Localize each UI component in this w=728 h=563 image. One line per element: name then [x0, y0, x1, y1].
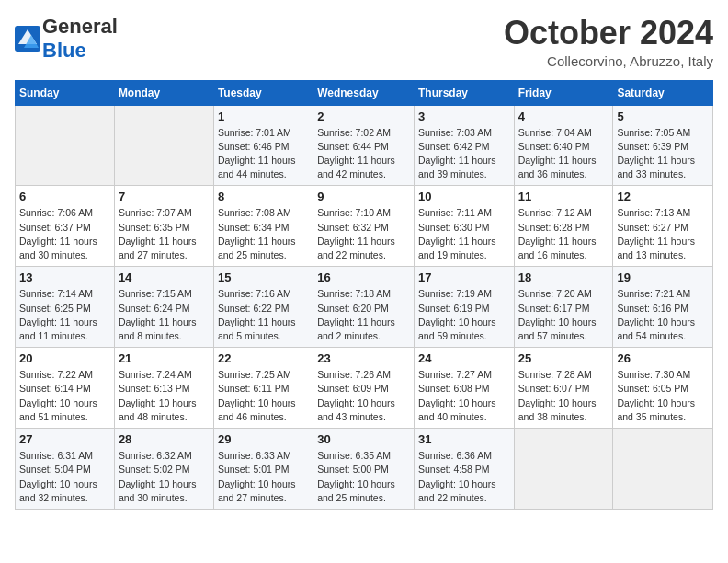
- day-info: Sunrise: 7:10 AM Sunset: 6:32 PM Dayligh…: [317, 206, 410, 262]
- calendar-cell: 14Sunrise: 7:15 AM Sunset: 6:24 PM Dayli…: [114, 267, 213, 348]
- day-info: Sunrise: 7:28 AM Sunset: 6:07 PM Dayligh…: [518, 368, 609, 424]
- calendar-cell: 10Sunrise: 7:11 AM Sunset: 6:30 PM Dayli…: [414, 186, 514, 267]
- day-number: 14: [119, 270, 210, 284]
- day-number: 2: [317, 109, 410, 123]
- logo-blue-text: Blue: [42, 39, 86, 62]
- day-number: 30: [317, 432, 410, 446]
- day-info: Sunrise: 7:21 AM Sunset: 6:16 PM Dayligh…: [617, 287, 709, 343]
- day-info: Sunrise: 7:11 AM Sunset: 6:30 PM Dayligh…: [418, 206, 510, 262]
- day-info: Sunrise: 7:14 AM Sunset: 6:25 PM Dayligh…: [19, 287, 110, 343]
- calendar-cell: 4Sunrise: 7:04 AM Sunset: 6:40 PM Daylig…: [514, 105, 613, 186]
- calendar-week-row: 13Sunrise: 7:14 AM Sunset: 6:25 PM Dayli…: [16, 267, 713, 348]
- day-number: 17: [418, 270, 510, 284]
- calendar-cell: 26Sunrise: 7:30 AM Sunset: 6:05 PM Dayli…: [613, 348, 713, 429]
- day-number: 10: [418, 190, 510, 203]
- day-number: 21: [119, 351, 210, 365]
- calendar-cell: 27Sunrise: 6:31 AM Sunset: 5:04 PM Dayli…: [16, 429, 115, 510]
- calendar-cell: [16, 105, 115, 186]
- day-number: 19: [617, 270, 709, 284]
- day-number: 25: [518, 351, 609, 365]
- day-number: 27: [19, 432, 110, 446]
- calendar-cell: 7Sunrise: 7:07 AM Sunset: 6:35 PM Daylig…: [114, 186, 213, 267]
- calendar-cell: 24Sunrise: 7:27 AM Sunset: 6:08 PM Dayli…: [414, 348, 514, 429]
- day-info: Sunrise: 6:32 AM Sunset: 5:02 PM Dayligh…: [119, 449, 210, 505]
- day-number: 29: [218, 432, 309, 446]
- day-number: 16: [317, 270, 410, 284]
- calendar-cell: 30Sunrise: 6:35 AM Sunset: 5:00 PM Dayli…: [313, 429, 415, 510]
- weekday-header: Friday: [514, 80, 613, 105]
- weekday-header: Saturday: [613, 80, 713, 105]
- weekday-header: Sunday: [16, 80, 115, 105]
- day-info: Sunrise: 7:22 AM Sunset: 6:14 PM Dayligh…: [19, 368, 110, 424]
- day-number: 26: [617, 351, 709, 365]
- day-info: Sunrise: 6:33 AM Sunset: 5:01 PM Dayligh…: [218, 449, 309, 505]
- weekday-header: Monday: [114, 80, 213, 105]
- day-info: Sunrise: 7:06 AM Sunset: 6:37 PM Dayligh…: [19, 206, 110, 262]
- calendar-cell: 3Sunrise: 7:03 AM Sunset: 6:42 PM Daylig…: [414, 105, 514, 186]
- day-info: Sunrise: 6:36 AM Sunset: 4:58 PM Dayligh…: [418, 449, 510, 505]
- day-number: 1: [218, 109, 309, 123]
- weekday-header-row: SundayMondayTuesdayWednesdayThursdayFrid…: [16, 80, 713, 105]
- day-number: 4: [518, 109, 609, 123]
- day-number: 28: [119, 432, 210, 446]
- calendar-cell: 2Sunrise: 7:02 AM Sunset: 6:44 PM Daylig…: [313, 105, 415, 186]
- calendar-cell: 12Sunrise: 7:13 AM Sunset: 6:27 PM Dayli…: [613, 186, 713, 267]
- day-info: Sunrise: 6:35 AM Sunset: 5:00 PM Dayligh…: [317, 449, 410, 505]
- calendar-cell: 31Sunrise: 6:36 AM Sunset: 4:58 PM Dayli…: [414, 429, 514, 510]
- day-info: Sunrise: 7:04 AM Sunset: 6:40 PM Dayligh…: [518, 126, 609, 182]
- day-info: Sunrise: 7:03 AM Sunset: 6:42 PM Dayligh…: [418, 126, 510, 182]
- calendar-cell: 28Sunrise: 6:32 AM Sunset: 5:02 PM Dayli…: [114, 429, 213, 510]
- calendar-cell: 20Sunrise: 7:22 AM Sunset: 6:14 PM Dayli…: [16, 348, 115, 429]
- day-number: 8: [218, 190, 309, 203]
- day-number: 20: [19, 351, 110, 365]
- day-number: 24: [418, 351, 510, 365]
- weekday-header: Wednesday: [313, 80, 415, 105]
- day-info: Sunrise: 7:15 AM Sunset: 6:24 PM Dayligh…: [119, 287, 210, 343]
- day-info: Sunrise: 7:13 AM Sunset: 6:27 PM Dayligh…: [617, 206, 709, 262]
- calendar-cell: 8Sunrise: 7:08 AM Sunset: 6:34 PM Daylig…: [213, 186, 313, 267]
- day-number: 13: [19, 270, 110, 284]
- calendar-table: SundayMondayTuesdayWednesdayThursdayFrid…: [15, 80, 713, 510]
- day-info: Sunrise: 7:02 AM Sunset: 6:44 PM Dayligh…: [317, 126, 410, 182]
- day-number: 5: [617, 109, 709, 123]
- day-info: Sunrise: 7:24 AM Sunset: 6:13 PM Dayligh…: [119, 368, 210, 424]
- day-info: Sunrise: 7:27 AM Sunset: 6:08 PM Dayligh…: [418, 368, 510, 424]
- calendar-cell: 9Sunrise: 7:10 AM Sunset: 6:32 PM Daylig…: [313, 186, 415, 267]
- day-number: 7: [119, 190, 210, 203]
- calendar-week-row: 27Sunrise: 6:31 AM Sunset: 5:04 PM Dayli…: [16, 429, 713, 510]
- title-area: October 2024 Collecorvino, Abruzzo, Ital…: [504, 15, 713, 69]
- logo-icon: [15, 26, 40, 52]
- page-header: General Blue October 2024 Collecorvino, …: [15, 15, 713, 69]
- calendar-cell: 18Sunrise: 7:20 AM Sunset: 6:17 PM Dayli…: [514, 267, 613, 348]
- calendar-cell: 6Sunrise: 7:06 AM Sunset: 6:37 PM Daylig…: [16, 186, 115, 267]
- day-info: Sunrise: 7:08 AM Sunset: 6:34 PM Dayligh…: [218, 206, 309, 262]
- day-number: 6: [19, 190, 110, 203]
- weekday-header: Tuesday: [213, 80, 313, 105]
- calendar-cell: [613, 429, 713, 510]
- day-info: Sunrise: 6:31 AM Sunset: 5:04 PM Dayligh…: [19, 449, 110, 505]
- calendar-cell: [114, 105, 213, 186]
- calendar-cell: 1Sunrise: 7:01 AM Sunset: 6:46 PM Daylig…: [213, 105, 313, 186]
- day-info: Sunrise: 7:18 AM Sunset: 6:20 PM Dayligh…: [317, 287, 410, 343]
- location: Collecorvino, Abruzzo, Italy: [504, 53, 713, 69]
- day-info: Sunrise: 7:26 AM Sunset: 6:09 PM Dayligh…: [317, 368, 410, 424]
- day-info: Sunrise: 7:20 AM Sunset: 6:17 PM Dayligh…: [518, 287, 609, 343]
- day-number: 3: [418, 109, 510, 123]
- day-info: Sunrise: 7:05 AM Sunset: 6:39 PM Dayligh…: [617, 126, 709, 182]
- calendar-cell: 13Sunrise: 7:14 AM Sunset: 6:25 PM Dayli…: [16, 267, 115, 348]
- calendar-week-row: 6Sunrise: 7:06 AM Sunset: 6:37 PM Daylig…: [16, 186, 713, 267]
- calendar-cell: [514, 429, 613, 510]
- day-info: Sunrise: 7:30 AM Sunset: 6:05 PM Dayligh…: [617, 368, 709, 424]
- day-info: Sunrise: 7:19 AM Sunset: 6:19 PM Dayligh…: [418, 287, 510, 343]
- day-info: Sunrise: 7:07 AM Sunset: 6:35 PM Dayligh…: [119, 206, 210, 262]
- logo: General Blue: [15, 15, 118, 63]
- day-info: Sunrise: 7:25 AM Sunset: 6:11 PM Dayligh…: [218, 368, 309, 424]
- calendar-cell: 5Sunrise: 7:05 AM Sunset: 6:39 PM Daylig…: [613, 105, 713, 186]
- calendar-week-row: 20Sunrise: 7:22 AM Sunset: 6:14 PM Dayli…: [16, 348, 713, 429]
- calendar-cell: 11Sunrise: 7:12 AM Sunset: 6:28 PM Dayli…: [514, 186, 613, 267]
- day-info: Sunrise: 7:01 AM Sunset: 6:46 PM Dayligh…: [218, 126, 309, 182]
- calendar-cell: 25Sunrise: 7:28 AM Sunset: 6:07 PM Dayli…: [514, 348, 613, 429]
- day-number: 9: [317, 190, 410, 203]
- calendar-cell: 23Sunrise: 7:26 AM Sunset: 6:09 PM Dayli…: [313, 348, 415, 429]
- logo-general-text: General: [42, 15, 118, 38]
